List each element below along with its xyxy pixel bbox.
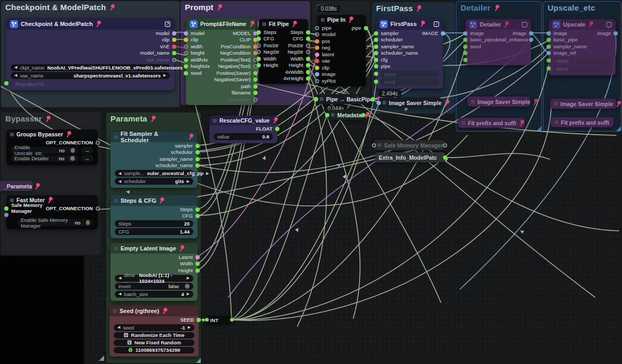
input-port[interactable] — [547, 66, 551, 71]
resize-handle[interactable] — [99, 356, 104, 361]
output-port[interactable] — [195, 150, 200, 154]
input-port[interactable] — [547, 58, 551, 63]
input-port[interactable] — [463, 45, 467, 49]
input-port[interactable] — [184, 51, 188, 55]
batch-size-combo[interactable]: ◀batch_size4▶ — [115, 291, 193, 298]
maximize-icon[interactable] — [433, 21, 439, 27]
combo-right-icon[interactable]: ▶ — [187, 179, 190, 184]
input-port-rescalecfg[interactable] — [4, 81, 8, 85]
combo-left-icon[interactable]: ◀ — [118, 292, 121, 296]
node-metadata[interactable]: Metadata — [327, 110, 363, 120]
node-graph-canvas[interactable]: Checkpoint & ModelPatch Prompt Pipe Firs… — [0, 0, 622, 364]
combo-left-icon[interactable]: ◀ — [118, 171, 121, 176]
output-port-pipe[interactable] — [364, 26, 368, 30]
maximize-icon[interactable] — [522, 22, 527, 28]
value-number-widget[interactable]: value0.6 — [214, 133, 273, 140]
node-rescalecfg-value[interactable]: RescaleCFG_value FLOAT value0.6 — [209, 116, 277, 143]
node-upscale[interactable]: Upscale imageimage basic_pipe sampler_na… — [549, 19, 616, 75]
output-port[interactable] — [614, 31, 618, 36]
group-title[interactable]: Upscale_etc — [548, 3, 595, 12]
input-port[interactable] — [257, 57, 261, 61]
output-port-vae[interactable] — [172, 45, 176, 49]
sampler-combo[interactable]: ◀sample...euler_ancestral_cfg_pp▶ — [115, 170, 193, 177]
collapse-toggle[interactable] — [555, 120, 558, 124]
output-port[interactable] — [253, 91, 258, 95]
dimensions-combo[interactable]: ◀dime ...NoobAI (1:1) - 1024×1024▶ — [115, 275, 193, 282]
node-image-saver-firstpass[interactable]: Image Saver Simple — [379, 98, 441, 108]
enable-upscale-toggle[interactable]: Enable Upscale_etcno — [11, 147, 79, 154]
output-port[interactable] — [306, 63, 310, 67]
toggle-knob[interactable] — [71, 148, 75, 153]
toggle-knob[interactable] — [185, 284, 190, 289]
input-port[interactable] — [257, 30, 261, 34]
collapse-toggle[interactable] — [10, 133, 14, 136]
input-port[interactable] — [315, 66, 319, 70]
input-port[interactable] — [374, 51, 378, 55]
output-port[interactable] — [361, 113, 365, 117]
input-port[interactable] — [315, 53, 319, 57]
collapse-toggle[interactable] — [262, 22, 266, 26]
cfg-number-widget[interactable]: CFG1.44 — [115, 228, 193, 235]
input-port-steps[interactable] — [374, 72, 378, 76]
collapse-toggle[interactable] — [320, 97, 323, 101]
node-safe-memory-manager[interactable]: Safe Memory Manager — [374, 140, 445, 150]
output-port[interactable] — [443, 143, 447, 148]
input-port[interactable] — [315, 32, 319, 37]
output-port-model[interactable] — [172, 31, 176, 36]
output-port[interactable] — [306, 76, 310, 81]
input-port[interactable] — [374, 58, 378, 62]
output-port[interactable] — [253, 71, 258, 75]
group-title[interactable]: Prompt — [185, 3, 214, 12]
input-port[interactable] — [184, 64, 188, 68]
node-pipe-to-basicpipe[interactable]: Pipe → BasicPipe — [316, 94, 373, 104]
combo-left-icon[interactable]: ◀ — [14, 73, 17, 77]
output-port-seed[interactable] — [197, 318, 201, 322]
collapse-toggle[interactable] — [462, 121, 465, 125]
input-port[interactable] — [205, 318, 209, 322]
collapse-toggle[interactable] — [10, 198, 14, 202]
collapse-toggle[interactable] — [213, 119, 217, 123]
collapse-toggle[interactable] — [554, 102, 558, 106]
output-port[interactable] — [230, 318, 234, 322]
output-port[interactable] — [96, 206, 100, 211]
input-port[interactable] — [463, 38, 467, 42]
randomize-each-time-button[interactable]: ⚄Randomize Each Time — [114, 332, 194, 339]
combo-right-icon[interactable]: ▶ — [187, 276, 190, 280]
output-port-vae-name[interactable] — [172, 58, 176, 62]
toggle-knob[interactable] — [86, 220, 90, 225]
collapse-toggle[interactable] — [382, 101, 386, 105]
input-port[interactable] — [315, 79, 319, 83]
new-fixed-random-button[interactable]: ⚄New Fixed Random — [114, 340, 194, 346]
group-title[interactable]: Bypasser — [5, 114, 42, 123]
output-port[interactable] — [195, 144, 200, 148]
node-checkpoint-modelpatch[interactable]: Checkpoint & ModelPatch model clip VAE m… — [6, 18, 174, 90]
input-port[interactable] — [257, 37, 261, 41]
output-port[interactable] — [253, 98, 258, 102]
input-port[interactable] — [374, 31, 378, 36]
input-port[interactable] — [374, 45, 378, 49]
combo-left-icon[interactable]: ◀ — [14, 65, 17, 70]
output-port[interactable] — [195, 163, 200, 168]
node-firstpass[interactable]: FirstPass samplerIMAGE scheduler sampler… — [376, 18, 443, 89]
output-port-model-name[interactable] — [172, 51, 176, 55]
input-port[interactable] — [325, 113, 329, 117]
input-port[interactable] — [184, 71, 188, 75]
input-port[interactable] — [372, 143, 376, 148]
seed-widget-input[interactable]: seed — [380, 79, 439, 85]
node-image-saver-detailer[interactable]: Image Saver Simple — [467, 97, 530, 107]
maximize-icon[interactable] — [165, 21, 171, 27]
combo-left-icon[interactable]: ◀ — [117, 325, 120, 330]
collapse-toggle[interactable] — [114, 247, 118, 250]
input-port-seed[interactable] — [374, 80, 378, 84]
input-port[interactable] — [4, 206, 8, 211]
output-port[interactable] — [306, 70, 310, 74]
steps-widget-input[interactable]: steps — [553, 57, 611, 64]
output-port[interactable] — [306, 50, 310, 54]
toggle-knob[interactable] — [70, 156, 75, 161]
input-port[interactable] — [257, 44, 261, 48]
output-port[interactable] — [253, 84, 258, 89]
goto-group-button[interactable]: → — [81, 155, 93, 162]
output-port[interactable] — [306, 44, 310, 48]
input-port[interactable] — [315, 72, 319, 76]
seed-widget-input[interactable]: seed — [553, 65, 611, 72]
